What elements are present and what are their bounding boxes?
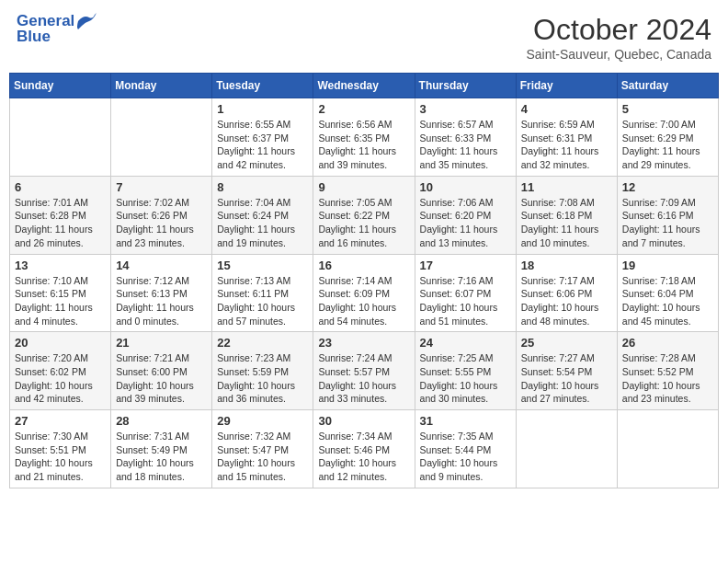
day-info: Sunrise: 7:12 AMSunset: 6:13 PMDaylight:… [116, 274, 207, 328]
day-number: 21 [116, 336, 207, 350]
week-row-5: 27Sunrise: 7:30 AMSunset: 5:51 PMDayligh… [10, 410, 719, 488]
daylight-text: Daylight: 10 hours and 21 minutes. [15, 456, 106, 483]
day-info: Sunrise: 7:17 AMSunset: 6:06 PMDaylight:… [521, 274, 612, 328]
daylight-text: Daylight: 10 hours and 57 minutes. [217, 301, 308, 327]
calendar-cell: 23Sunrise: 7:24 AMSunset: 5:57 PMDayligh… [313, 332, 415, 410]
calendar-cell: 20Sunrise: 7:20 AMSunset: 6:02 PMDayligh… [10, 332, 111, 410]
sunset-text: Sunset: 6:09 PM [318, 287, 409, 301]
calendar-cell: 18Sunrise: 7:17 AMSunset: 6:06 PMDayligh… [516, 254, 617, 332]
day-info: Sunrise: 7:35 AMSunset: 5:44 PMDaylight:… [420, 430, 511, 484]
sunset-text: Sunset: 5:44 PM [420, 443, 511, 457]
sunset-text: Sunset: 6:06 PM [521, 287, 612, 301]
day-number: 16 [318, 259, 409, 272]
day-info: Sunrise: 7:06 AMSunset: 6:20 PMDaylight:… [420, 196, 511, 250]
calendar-cell: 29Sunrise: 7:32 AMSunset: 5:47 PMDayligh… [212, 410, 313, 488]
week-row-1: 1Sunrise: 6:55 AMSunset: 6:37 PMDaylight… [10, 98, 719, 177]
daylight-text: Daylight: 10 hours and 45 minutes. [622, 301, 713, 327]
sunset-text: Sunset: 6:37 PM [217, 132, 308, 145]
calendar-cell: 28Sunrise: 7:31 AMSunset: 5:49 PMDayligh… [111, 410, 212, 488]
week-row-2: 6Sunrise: 7:01 AMSunset: 6:28 PMDaylight… [10, 176, 719, 254]
daylight-text: Daylight: 10 hours and 33 minutes. [318, 379, 409, 406]
day-info: Sunrise: 7:34 AMSunset: 5:46 PMDaylight:… [318, 430, 409, 484]
calendar-cell: 25Sunrise: 7:27 AMSunset: 5:54 PMDayligh… [516, 332, 617, 410]
day-number: 24 [420, 336, 511, 350]
calendar-cell: 9Sunrise: 7:05 AMSunset: 6:22 PMDaylight… [313, 176, 415, 254]
day-number: 12 [622, 180, 713, 194]
daylight-text: Daylight: 11 hours and 16 minutes. [318, 223, 409, 249]
day-number: 22 [217, 336, 308, 350]
calendar-cell: 26Sunrise: 7:28 AMSunset: 5:52 PMDayligh… [617, 332, 718, 410]
day-info: Sunrise: 7:00 AMSunset: 6:29 PMDaylight:… [622, 118, 713, 172]
calendar-cell: 12Sunrise: 7:09 AMSunset: 6:16 PMDayligh… [617, 176, 718, 254]
sunset-text: Sunset: 6:02 PM [15, 365, 106, 379]
day-number: 26 [622, 336, 713, 350]
sunrise-text: Sunrise: 7:32 AM [217, 430, 308, 443]
day-number: 23 [318, 336, 409, 350]
calendar-cell: 3Sunrise: 6:57 AMSunset: 6:33 PMDaylight… [415, 98, 516, 177]
day-info: Sunrise: 7:24 AMSunset: 5:57 PMDaylight:… [318, 351, 409, 406]
calendar-cell: 2Sunrise: 6:56 AMSunset: 6:35 PMDaylight… [313, 98, 415, 177]
day-number: 1 [217, 102, 308, 116]
daylight-text: Daylight: 10 hours and 15 minutes. [217, 456, 308, 483]
sunset-text: Sunset: 5:46 PM [318, 443, 409, 457]
sunrise-text: Sunrise: 7:01 AM [15, 196, 106, 210]
calendar-cell: 5Sunrise: 7:00 AMSunset: 6:29 PMDaylight… [617, 98, 718, 177]
sunrise-text: Sunrise: 7:09 AM [622, 196, 713, 210]
sunset-text: Sunset: 5:51 PM [15, 443, 106, 457]
sunrise-text: Sunrise: 6:57 AM [420, 118, 511, 132]
calendar-cell: 13Sunrise: 7:10 AMSunset: 6:15 PMDayligh… [10, 254, 111, 332]
location-subtitle: Saint-Sauveur, Quebec, Canada [526, 47, 711, 62]
daylight-text: Daylight: 11 hours and 35 minutes. [420, 144, 511, 171]
day-info: Sunrise: 7:16 AMSunset: 6:07 PMDaylight:… [420, 274, 511, 328]
day-number: 7 [116, 180, 207, 194]
sunrise-text: Sunrise: 7:25 AM [420, 351, 511, 365]
day-info: Sunrise: 6:55 AMSunset: 6:37 PMDaylight:… [217, 118, 308, 172]
column-header-saturday: Saturday [617, 74, 718, 98]
sunrise-text: Sunrise: 7:16 AM [420, 274, 511, 288]
calendar-cell: 21Sunrise: 7:21 AMSunset: 6:00 PMDayligh… [111, 332, 212, 410]
daylight-text: Daylight: 10 hours and 27 minutes. [521, 379, 612, 406]
calendar-cell: 10Sunrise: 7:06 AMSunset: 6:20 PMDayligh… [415, 176, 516, 254]
sunset-text: Sunset: 5:55 PM [420, 365, 511, 379]
logo-blue: Blue [17, 29, 51, 46]
week-row-3: 13Sunrise: 7:10 AMSunset: 6:15 PMDayligh… [10, 254, 719, 332]
daylight-text: Daylight: 11 hours and 32 minutes. [521, 144, 612, 171]
day-number: 6 [15, 180, 106, 194]
day-info: Sunrise: 7:13 AMSunset: 6:11 PMDaylight:… [217, 274, 308, 328]
calendar-cell: 8Sunrise: 7:04 AMSunset: 6:24 PMDaylight… [212, 176, 313, 254]
day-number: 10 [420, 180, 511, 194]
day-number: 25 [521, 336, 612, 350]
day-info: Sunrise: 7:23 AMSunset: 5:59 PMDaylight:… [217, 351, 308, 406]
sunset-text: Sunset: 6:07 PM [420, 287, 511, 301]
sunrise-text: Sunrise: 7:10 AM [15, 274, 106, 288]
sunrise-text: Sunrise: 7:27 AM [521, 351, 612, 365]
sunrise-text: Sunrise: 7:12 AM [116, 274, 207, 288]
day-number: 17 [420, 259, 511, 272]
sunrise-text: Sunrise: 7:04 AM [217, 196, 308, 210]
day-info: Sunrise: 7:21 AMSunset: 6:00 PMDaylight:… [116, 351, 207, 406]
daylight-text: Daylight: 10 hours and 48 minutes. [521, 301, 612, 327]
sunset-text: Sunset: 5:49 PM [116, 443, 207, 457]
day-number: 9 [318, 180, 409, 194]
sunrise-text: Sunrise: 7:17 AM [521, 274, 612, 288]
calendar-cell: 30Sunrise: 7:34 AMSunset: 5:46 PMDayligh… [313, 410, 415, 488]
sunrise-text: Sunrise: 7:28 AM [622, 351, 713, 365]
day-number: 13 [15, 259, 106, 272]
daylight-text: Daylight: 11 hours and 42 minutes. [217, 144, 308, 171]
calendar-cell: 6Sunrise: 7:01 AMSunset: 6:28 PMDaylight… [10, 176, 111, 254]
sunset-text: Sunset: 6:18 PM [521, 209, 612, 223]
sunset-text: Sunset: 6:29 PM [622, 132, 713, 145]
calendar-cell [516, 410, 617, 488]
week-row-4: 20Sunrise: 7:20 AMSunset: 6:02 PMDayligh… [10, 332, 719, 410]
day-info: Sunrise: 7:05 AMSunset: 6:22 PMDaylight:… [318, 196, 409, 250]
day-number: 28 [116, 414, 207, 428]
daylight-text: Daylight: 10 hours and 39 minutes. [116, 379, 207, 406]
sunrise-text: Sunrise: 7:02 AM [116, 196, 207, 210]
daylight-text: Daylight: 11 hours and 23 minutes. [116, 223, 207, 249]
daylight-text: Daylight: 10 hours and 12 minutes. [318, 456, 409, 483]
sunrise-text: Sunrise: 6:59 AM [521, 118, 612, 132]
calendar-cell [111, 98, 212, 177]
day-number: 27 [15, 414, 106, 428]
daylight-text: Daylight: 10 hours and 42 minutes. [15, 379, 106, 406]
logo-bird-icon [76, 13, 97, 29]
